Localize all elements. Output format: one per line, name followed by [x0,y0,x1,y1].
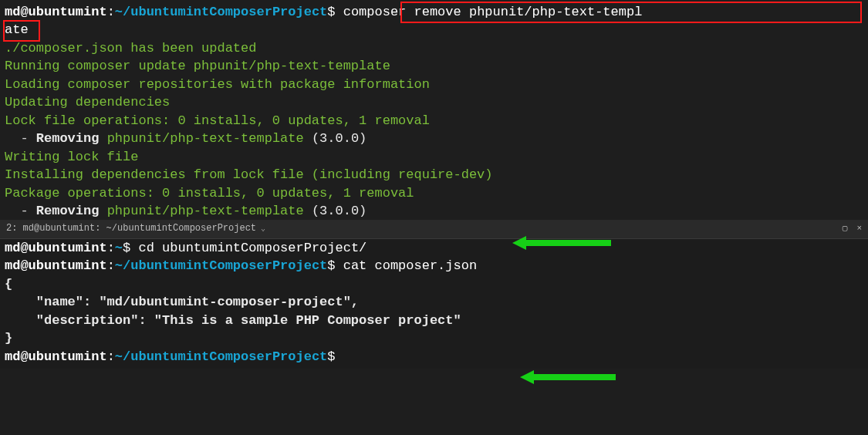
terminal-header-right: ▢ × [843,223,862,234]
package-name: phpunit/php-text-template [107,204,312,218]
prompt-line-3: md@ubuntumint:~/ubuntumintComposerProjec… [5,257,863,275]
json-output-line: } [5,329,863,347]
prompt-line-4: md@ubuntumint:~/ubuntumintComposerProjec… [5,348,863,366]
prompt-host: ubuntumint [29,349,107,364]
json-output-line: { [5,275,863,293]
package-version: 3.0.0 [319,131,359,146]
arrow-head-icon [520,370,534,384]
terminal-header-bar: 2: md@ubuntumint: ~/ubuntumintComposerPr… [0,220,868,239]
paren-open: ( [312,131,319,146]
output-line: Running composer update phpunit/php-text… [5,57,863,75]
prompt-at: @ [20,5,28,19]
package-version: 3.0.0 [319,204,359,218]
prompt-host: ubuntumint [29,258,107,273]
prompt-path: ~/ubuntumintComposerProject [115,258,327,273]
arrow-shaft-icon [526,240,611,246]
prompt-at: @ [20,241,28,255]
prompt-user: md [5,5,20,19]
paren-close: ) [359,204,366,218]
output-line: Lock file operations: 0 installs, 0 upda… [5,112,863,130]
prompt-dollar: $ [327,5,335,19]
prompt-colon: : [107,5,115,19]
terminal-tab-title[interactable]: 2: md@ubuntumint: ~/ubuntumintComposerPr… [6,222,256,235]
output-line: Package operations: 0 installs, 0 update… [5,184,863,202]
output-line: ./composer.json has been updated [5,39,863,57]
prompt-user: md [5,258,20,273]
indent: - [5,204,36,218]
output-line: Updating dependencies [5,93,863,111]
package-name: phpunit/php-text-template [107,131,312,146]
terminal-bottom[interactable]: 2: md@ubuntumint: ~/ubuntumintComposerPr… [0,220,868,369]
command-text-part1 [336,5,343,19]
terminal-header-left: 2: md@ubuntumint: ~/ubuntumintComposerPr… [6,222,265,235]
prompt-user: md [5,349,20,364]
prompt-at: @ [20,258,28,273]
prompt-colon: : [107,258,115,273]
prompt-line-1: md@ubuntumint:~/ubuntumintComposerProjec… [5,3,863,21]
output-line: Loading composer repositories with packa… [5,76,863,93]
close-icon[interactable]: × [856,223,862,234]
prompt-line-2: md@ubuntumint:~$ cd ubuntumintComposerPr… [5,239,863,257]
prompt-colon: : [107,349,115,364]
command-text-line1: composer remove phpunit/php-text-templ [343,5,643,19]
prompt-at: @ [20,349,28,364]
terminal-top[interactable]: md@ubuntumint:~/ubuntumintComposerProjec… [0,0,868,220]
arrow-shaft-icon [534,374,616,380]
json-output-line: "name": "md/ubuntumint-composer-project"… [5,293,863,311]
removing-label: Removing [36,204,107,218]
prompt-colon: : [107,241,115,255]
json-output-line: "description": "This is a sample PHP Com… [5,312,863,329]
prompt-path: ~/ubuntumintComposerProject [115,5,327,19]
prompt-line-1-wrap: ate [5,21,863,39]
prompt-path: ~ [115,241,123,255]
command-text-line2: ate [5,22,29,37]
prompt-dollar: $ [123,241,130,255]
prompt-dollar: $ [327,258,335,273]
prompt-dollar: $ [327,349,335,364]
prompt-host: ubuntumint [29,241,107,255]
output-line-removing: - Removing phpunit/php-text-template (3.… [5,130,863,147]
indent: - [5,131,36,146]
removing-label: Removing [36,131,107,146]
output-line: Installing dependencies from lock file (… [5,166,863,184]
command-text: cat composer.json [343,258,477,273]
chevron-down-icon[interactable]: ⌄ [261,224,265,234]
arrow-icon [512,236,611,250]
arrow-head-icon [512,236,526,250]
paren-close: ) [359,131,366,146]
terminal-body[interactable]: md@ubuntumint:~$ cd ubuntumintComposerPr… [0,239,868,369]
maximize-icon[interactable]: ▢ [843,223,848,234]
arrow-icon [520,370,616,384]
output-line: Writing lock file [5,148,863,166]
prompt-user: md [5,241,20,255]
paren-open: ( [312,204,319,218]
prompt-host: ubuntumint [29,5,107,19]
prompt-path: ~/ubuntumintComposerProject [115,349,327,364]
output-line-removing: - Removing phpunit/php-text-template (3.… [5,202,863,220]
command-text: cd ubuntumintComposerProject/ [138,241,366,255]
